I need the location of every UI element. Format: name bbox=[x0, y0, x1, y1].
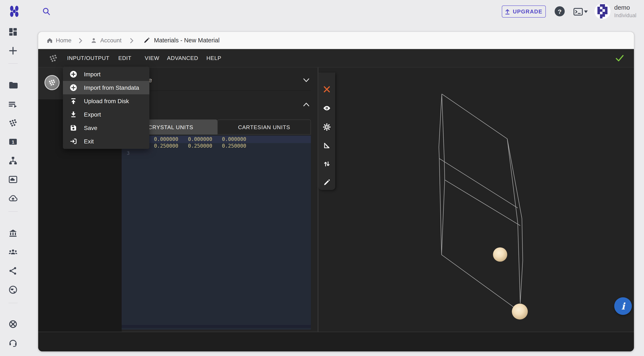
ruler-measure-icon[interactable] bbox=[323, 142, 330, 149]
tab-cartesian-units-label: CARTESIAN UNITS bbox=[238, 124, 290, 130]
tab-crystal-units-label: CRYSTAL UNITS bbox=[148, 124, 194, 130]
coord-value: 0.250000 bbox=[154, 143, 178, 150]
menu-edit[interactable]: EDIT bbox=[118, 49, 131, 67]
editor-row[interactable]: 0.250000 0.250000 0.250000 bbox=[122, 143, 311, 150]
upgrade-button[interactable]: UPGRADE bbox=[502, 5, 546, 17]
help-question-mark: ? bbox=[558, 8, 562, 15]
menu-item-label: Upload from Disk bbox=[84, 98, 129, 104]
close-icon[interactable] bbox=[323, 85, 330, 93]
breadcrumb-current: Materials - New Material bbox=[154, 32, 220, 49]
exit-to-app-icon bbox=[70, 138, 77, 145]
tab-cartesian-units[interactable]: CARTESIAN UNITS bbox=[217, 119, 311, 135]
sidebar-item-organization-bank[interactable] bbox=[8, 228, 18, 238]
coord-value: 0.000000 bbox=[222, 136, 246, 143]
sidebar-item-projects-folder[interactable] bbox=[8, 80, 18, 90]
add-circle-icon bbox=[70, 70, 77, 78]
menu-item-upload-from-disk[interactable]: Upload from Disk bbox=[63, 94, 149, 108]
download-icon bbox=[70, 111, 77, 118]
upload-arrow-icon bbox=[505, 8, 510, 14]
viewer-toolbar bbox=[318, 72, 335, 190]
designer-dots-icon bbox=[48, 53, 58, 63]
menu-item-exit[interactable]: Exit bbox=[63, 135, 149, 148]
menu-item-import[interactable]: Import bbox=[63, 67, 149, 81]
brand-logo[interactable] bbox=[9, 5, 20, 17]
user-plan: Individual bbox=[614, 12, 636, 18]
three-d-viewer[interactable]: i bbox=[318, 67, 634, 332]
user-avatar[interactable] bbox=[594, 3, 610, 19]
input-output-dropdown: Import Import from Standata Upload from … bbox=[63, 67, 149, 149]
sidebar-item-globe[interactable] bbox=[8, 285, 18, 295]
menu-item-import-from-standata[interactable]: Import from Standata bbox=[63, 81, 149, 94]
sidebar-item-support-headset[interactable] bbox=[8, 338, 18, 348]
sidebar-item-helm-wheel[interactable] bbox=[8, 319, 18, 329]
user-name[interactable]: demo bbox=[614, 4, 630, 11]
breadcrumb-account[interactable]: Account bbox=[100, 32, 122, 49]
designer-menubar: INPUT/OUTPUT EDIT VIEW ADVANCED HELP bbox=[38, 49, 634, 67]
pencil-icon bbox=[143, 37, 150, 44]
gear-settings-icon[interactable] bbox=[323, 123, 330, 131]
search-icon[interactable] bbox=[42, 7, 51, 16]
sidebar-item-card-1[interactable]: 1 bbox=[8, 137, 18, 147]
chevron-down-icon[interactable] bbox=[303, 78, 310, 83]
sidebar-item-share[interactable] bbox=[8, 266, 18, 276]
atom-sphere[interactable] bbox=[493, 247, 507, 262]
sidebar-item-cloud-upload[interactable] bbox=[8, 193, 18, 203]
pencil-edit-icon[interactable] bbox=[323, 179, 330, 186]
console-menu-button[interactable] bbox=[574, 8, 584, 16]
sidebar-divider bbox=[8, 211, 18, 212]
console-dropdown-caret-icon[interactable] bbox=[584, 10, 588, 13]
menu-item-label: Import bbox=[84, 71, 100, 78]
svg-text:1: 1 bbox=[12, 139, 14, 145]
material-avatar[interactable] bbox=[44, 75, 60, 90]
menu-item-label: Import from Standata bbox=[84, 84, 139, 91]
menu-view[interactable]: VIEW bbox=[145, 49, 160, 67]
menu-item-label: Export bbox=[84, 111, 101, 118]
menu-item-label: Save bbox=[84, 124, 97, 131]
chevron-right-icon bbox=[130, 38, 134, 43]
saved-check-icon bbox=[616, 54, 624, 62]
editor-scrollbar-track[interactable] bbox=[122, 325, 311, 328]
chevron-up-icon[interactable] bbox=[303, 102, 310, 107]
material-dots-icon bbox=[48, 78, 56, 87]
chevron-right-icon bbox=[79, 38, 82, 43]
menu-item-save[interactable]: Save bbox=[63, 121, 149, 135]
bottom-status-strip bbox=[38, 332, 634, 352]
swap-vertical-icon[interactable] bbox=[323, 160, 330, 168]
menu-input-output[interactable]: INPUT/OUTPUT bbox=[67, 49, 110, 67]
menu-item-export[interactable]: Export bbox=[63, 108, 149, 121]
editor-row[interactable]: 0.000000 0.000000 0.000000 bbox=[122, 136, 311, 143]
sidebar-item-add[interactable] bbox=[8, 46, 18, 56]
sidebar-divider bbox=[8, 63, 18, 64]
menu-advanced[interactable]: ADVANCED bbox=[167, 49, 198, 67]
home-icon[interactable] bbox=[46, 37, 53, 44]
sidebar-item-media[interactable] bbox=[8, 174, 18, 185]
menu-help[interactable]: HELP bbox=[206, 49, 221, 67]
avatar-identicon bbox=[594, 3, 610, 19]
editor-line-number: 3 bbox=[122, 150, 130, 157]
coord-value: 0.000000 bbox=[188, 136, 212, 143]
basis-coordinates-editor[interactable]: 0.000000 0.000000 0.000000 0.250000 0.25… bbox=[122, 135, 311, 330]
breadcrumb-home[interactable]: Home bbox=[56, 32, 72, 49]
coord-value: 0.000000 bbox=[154, 136, 178, 143]
upload-icon bbox=[70, 97, 77, 105]
eye-visibility-icon[interactable] bbox=[323, 104, 330, 112]
save-floppy-icon bbox=[70, 124, 77, 132]
sidebar-item-materials[interactable] bbox=[8, 118, 18, 128]
coord-value: 0.250000 bbox=[222, 143, 246, 150]
help-button[interactable]: ? bbox=[555, 6, 565, 16]
crystal-wireframe bbox=[318, 67, 634, 332]
sidebar-item-dashboard[interactable] bbox=[8, 27, 18, 37]
sidebar-item-jobs-list[interactable] bbox=[8, 99, 18, 109]
sidebar-item-team-people[interactable] bbox=[8, 247, 18, 257]
breadcrumb: Home Account Materials - New Material bbox=[38, 32, 634, 49]
menu-item-label: Exit bbox=[84, 138, 94, 145]
sidebar-divider bbox=[8, 303, 18, 303]
app: UPGRADE ? demo bbox=[0, 0, 644, 356]
atom-sphere[interactable] bbox=[512, 304, 528, 320]
upgrade-label: UPGRADE bbox=[513, 8, 542, 15]
topbar: UPGRADE ? demo bbox=[0, 0, 644, 23]
info-button[interactable]: i bbox=[614, 297, 632, 315]
sidebar-item-workflows-tree[interactable] bbox=[8, 156, 18, 166]
info-i-glyph: i bbox=[621, 301, 625, 312]
add-circle-icon bbox=[70, 84, 77, 91]
